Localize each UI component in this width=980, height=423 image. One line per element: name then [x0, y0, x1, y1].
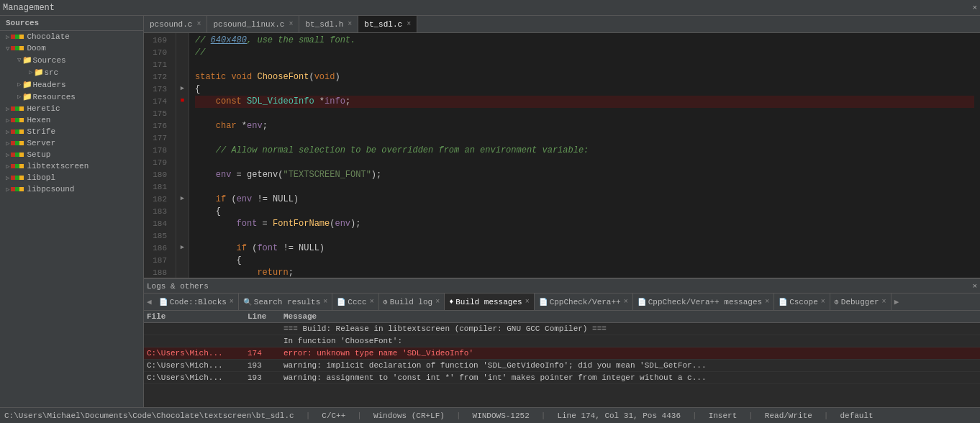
expand-icon-libopl: ▷	[6, 174, 9, 182]
panel-tab-debugger[interactable]: ⚙ Debugger ×	[830, 294, 891, 311]
expand-icon-headers: ▷	[17, 81, 21, 88]
log-row-4-file: C:\Users\Mich...	[147, 373, 248, 382]
tab-pcsound-linux-c[interactable]: pcsound_linux.c ×	[207, 16, 299, 33]
panel-tab-buildmessages[interactable]: ♦ Build messages ×	[445, 294, 534, 311]
chocolate-color-icon	[11, 35, 24, 39]
sidebar-item-chocolate[interactable]: ▷ Chocolate	[3, 31, 143, 42]
sidebar-item-label-libtextscreen: libtextscreen	[27, 162, 89, 170]
panel-tab-label-cccc: Cccc	[348, 298, 366, 306]
gear-icon-buildlog: ⚙	[384, 298, 388, 306]
panel-tab-cccc[interactable]: 📄 Cccc ×	[332, 294, 378, 311]
panel-tab-label-codeblocks: Code::Blocks	[170, 298, 227, 306]
sidebar-item-libopl[interactable]: ▷ libopl	[3, 172, 143, 183]
tab-close-bt-sdl-h[interactable]: ×	[348, 20, 352, 28]
sidebar-item-headers[interactable]: ▷ 📁 Headers	[3, 78, 143, 91]
code-editor[interactable]: 169170171172173 174175176177178 17918018…	[144, 33, 980, 278]
log-row-0-line	[248, 324, 283, 333]
log-row-3-file: C:\Users\Mich...	[147, 361, 248, 370]
sidebar-item-libtextscreen[interactable]: ▷ libtextscreen	[3, 160, 143, 172]
sidebar-item-libpcsound[interactable]: ▷ libpcsound	[3, 183, 143, 195]
doc-icon-codeblocks: 📄	[159, 298, 168, 306]
panel-nav-prev[interactable]: ◀	[144, 297, 155, 306]
tab-pcsound-c[interactable]: pcsound.c ×	[144, 16, 207, 33]
folder-icon-resources: 📁	[22, 92, 32, 101]
panel-tab-label-cppcheck-msg: CppCheck/Vera++ messages	[648, 298, 762, 306]
panel-tab-close-cppcheck[interactable]: ×	[624, 298, 628, 306]
log-header: File Line Message	[144, 311, 980, 323]
panel-tab-label-cscope: Cscope	[789, 298, 818, 306]
tab-bt-sdl-h[interactable]: bt_sdl.h ×	[299, 16, 358, 33]
expand-icon-heretic: ▷	[6, 105, 9, 113]
code-content[interactable]: // 640x480, use the small font. // stati…	[189, 33, 980, 278]
sidebar-item-label-doom: Doom	[27, 44, 45, 53]
expand-icon-sources: ▽	[17, 56, 21, 64]
log-row-3: C:\Users\Mich... 193 warning: implicit d…	[144, 360, 980, 372]
status-lang: C/C++	[322, 411, 345, 420]
panel-tab-close-buildmessages[interactable]: ×	[525, 298, 530, 306]
management-bar: Management ×	[0, 0, 980, 16]
sidebar-item-strife[interactable]: ▷ Strife	[3, 126, 143, 137]
panel-tab-cppcheck-msg[interactable]: 📄 CppCheck/Vera++ messages ×	[633, 294, 774, 311]
status-position: Line 174, Col 31, Pos 4436	[557, 411, 681, 420]
log-row-1-line	[248, 337, 283, 345]
panel-tab-codeblocks[interactable]: 📄 Code::Blocks ×	[155, 294, 239, 311]
folder-icon-src: 📁	[34, 68, 44, 77]
panel-tab-label-debugger: Debugger	[841, 298, 879, 306]
management-close[interactable]: ×	[972, 4, 977, 12]
sidebar-item-hexen[interactable]: ▷ Hexen	[3, 114, 143, 126]
tree-root: ▷ Chocolate ▽ Doom ▽ 📁 Sources	[0, 31, 143, 195]
expand-icon-hexen: ▷	[6, 117, 9, 124]
expand-icon-src: ▷	[29, 68, 32, 76]
panel-tab-buildlog[interactable]: ⚙ Build log ×	[379, 294, 445, 311]
strife-color-icon	[11, 129, 24, 134]
sidebar-item-label-server: Server	[27, 139, 55, 147]
sidebar-item-heretic[interactable]: ▷ Heretic	[3, 103, 143, 114]
tab-label-bt-sdl-h: bt_sdl.h	[305, 20, 343, 29]
panel-tab-cppcheck[interactable]: 📄 CppCheck/Vera++ ×	[535, 294, 633, 311]
log-row-4: C:\Users\Mich... 193 warning: assignment…	[144, 372, 980, 384]
hexen-color-icon	[11, 118, 24, 122]
tab-close-pcsound-linux-c[interactable]: ×	[289, 20, 293, 28]
tab-close-bt-sdl-c[interactable]: ×	[407, 20, 411, 28]
status-theme: default	[840, 411, 873, 420]
sidebar-item-label-setup: Setup	[27, 150, 50, 159]
tab-label-bt-sdl-c: bt_sdl.c	[364, 20, 402, 29]
panel-tab-cscope[interactable]: 📄 Cscope ×	[774, 294, 830, 311]
panel-tab-close-search[interactable]: ×	[323, 298, 327, 306]
expand-icon-strife: ▷	[6, 128, 9, 136]
sidebar-item-setup[interactable]: ▷ Setup	[3, 149, 143, 160]
log-table: File Line Message === Build: Release in …	[144, 311, 980, 407]
panel-tab-close-buildlog[interactable]: ×	[435, 298, 440, 306]
doc-icon-cccc: 📄	[337, 298, 345, 306]
log-row-2-line: 174	[248, 349, 283, 358]
sidebar-item-server[interactable]: ▷ Server	[3, 137, 143, 149]
panel-tab-close-cppcheck-msg[interactable]: ×	[765, 298, 769, 306]
doc-icon-cscope: 📄	[779, 298, 787, 306]
tab-bar: pcsound.c × pcsound_linux.c × bt_sdl.h ×…	[144, 16, 980, 33]
sidebar-item-resources[interactable]: ▷ 📁 Resources	[3, 91, 143, 103]
sidebar-item-label-strife: Strife	[27, 127, 55, 136]
tab-close-pcsound-c[interactable]: ×	[196, 20, 201, 28]
panel-tab-close-cscope[interactable]: ×	[821, 298, 825, 306]
sidebar-item-label-libpcsound: libpcsound	[27, 185, 74, 194]
sidebar-item-src[interactable]: ▷ 📁 src	[3, 66, 143, 78]
sidebar-item-sources[interactable]: ▽ 📁 Sources	[3, 54, 143, 66]
panel-tab-close-debugger[interactable]: ×	[882, 298, 886, 306]
tab-bt-sdl-c[interactable]: bt_sdl.c ×	[358, 16, 417, 33]
panel-tab-close-cccc[interactable]: ×	[370, 298, 374, 306]
panel-nav-next[interactable]: ▶	[891, 297, 902, 306]
log-row-0: === Build: Release in libtextscreen (com…	[144, 323, 980, 335]
tab-label-pcsound-c: pcsound.c	[150, 20, 192, 29]
panel-tab-close-codeblocks[interactable]: ×	[230, 298, 234, 306]
sidebar-item-doom[interactable]: ▽ Doom	[3, 42, 143, 54]
panel-tab-label-cppcheck: CppCheck/Vera++	[550, 298, 621, 306]
status-mode: Insert	[709, 411, 738, 420]
gutter: ▶ ■ ▶ ▶	[176, 33, 189, 278]
log-row-2-file: C:\Users\Mich...	[147, 349, 248, 358]
log-col-header-line: Line	[248, 312, 283, 321]
line-numbers: 169170171172173 174175176177178 17918018…	[144, 33, 176, 278]
log-row-1: In function 'ChooseFont':	[144, 335, 980, 347]
panel-tab-search[interactable]: 🔍 Search results ×	[239, 294, 332, 311]
panel-close[interactable]: ×	[972, 282, 977, 291]
status-eol: Windows (CR+LF)	[373, 411, 445, 420]
